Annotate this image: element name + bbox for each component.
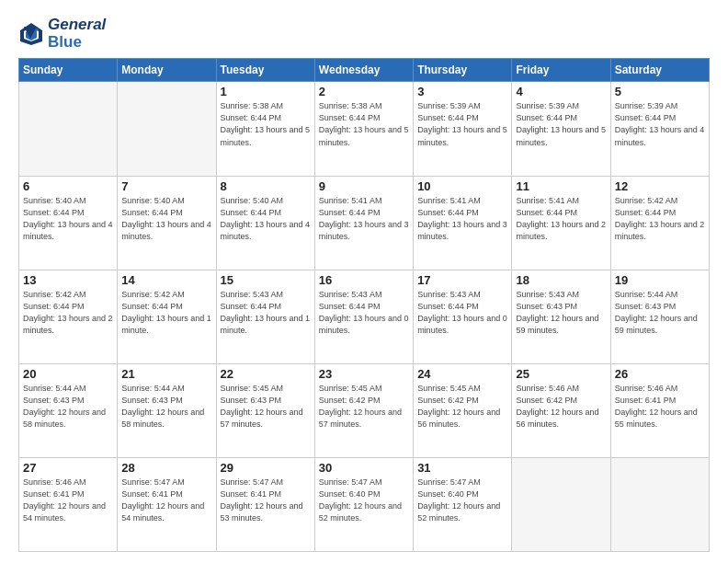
day-info: Sunrise: 5:40 AM Sunset: 6:44 PM Dayligh… (121, 195, 211, 243)
day-number: 2 (319, 85, 409, 98)
calendar-cell: 21Sunrise: 5:44 AM Sunset: 6:43 PM Dayli… (118, 363, 216, 457)
day-info: Sunrise: 5:43 AM Sunset: 6:44 PM Dayligh… (417, 289, 507, 337)
logo-icon (18, 21, 44, 47)
day-info: Sunrise: 5:39 AM Sunset: 6:44 PM Dayligh… (516, 100, 606, 148)
day-info: Sunrise: 5:45 AM Sunset: 6:43 PM Dayligh… (221, 383, 311, 431)
day-number: 23 (319, 367, 409, 381)
calendar-cell: 25Sunrise: 5:46 AM Sunset: 6:42 PM Dayli… (512, 363, 610, 457)
calendar-cell: 13Sunrise: 5:42 AM Sunset: 6:44 PM Dayli… (19, 270, 118, 363)
day-info: Sunrise: 5:42 AM Sunset: 6:44 PM Dayligh… (615, 195, 705, 243)
day-info: Sunrise: 5:47 AM Sunset: 6:40 PM Dayligh… (319, 477, 409, 524)
calendar-cell: 7Sunrise: 5:40 AM Sunset: 6:44 PM Daylig… (118, 176, 216, 270)
day-info: Sunrise: 5:40 AM Sunset: 6:44 PM Dayligh… (23, 195, 113, 243)
calendar-cell: 16Sunrise: 5:43 AM Sunset: 6:44 PM Dayli… (314, 270, 413, 363)
day-info: Sunrise: 5:47 AM Sunset: 6:40 PM Dayligh… (417, 477, 507, 524)
day-number: 27 (23, 461, 113, 475)
day-info: Sunrise: 5:43 AM Sunset: 6:44 PM Dayligh… (319, 289, 409, 337)
weekday-header: Monday (118, 59, 216, 82)
day-number: 18 (516, 273, 606, 287)
day-number: 12 (615, 179, 705, 193)
calendar-cell: 17Sunrise: 5:43 AM Sunset: 6:44 PM Dayli… (414, 270, 512, 363)
day-info: Sunrise: 5:47 AM Sunset: 6:41 PM Dayligh… (121, 477, 211, 524)
day-number: 15 (221, 273, 311, 287)
calendar-cell: 31Sunrise: 5:47 AM Sunset: 6:40 PM Dayli… (414, 457, 512, 551)
calendar-cell: 27Sunrise: 5:46 AM Sunset: 6:41 PM Dayli… (19, 457, 118, 551)
calendar-cell (512, 457, 610, 551)
weekday-header: Sunday (19, 59, 118, 82)
calendar-cell: 3Sunrise: 5:39 AM Sunset: 6:44 PM Daylig… (414, 82, 512, 176)
calendar-cell: 10Sunrise: 5:41 AM Sunset: 6:44 PM Dayli… (414, 176, 512, 270)
day-number: 1 (221, 85, 311, 98)
day-info: Sunrise: 5:42 AM Sunset: 6:44 PM Dayligh… (121, 289, 211, 337)
calendar-cell: 29Sunrise: 5:47 AM Sunset: 6:41 PM Dayli… (216, 457, 314, 551)
day-number: 5 (615, 85, 705, 98)
day-info: Sunrise: 5:44 AM Sunset: 6:43 PM Dayligh… (615, 289, 705, 337)
day-number: 22 (221, 367, 311, 381)
day-number: 3 (417, 85, 507, 98)
day-info: Sunrise: 5:44 AM Sunset: 6:43 PM Dayligh… (23, 383, 113, 431)
day-number: 20 (23, 367, 113, 381)
calendar-cell: 4Sunrise: 5:39 AM Sunset: 6:44 PM Daylig… (512, 82, 610, 176)
calendar-cell: 1Sunrise: 5:38 AM Sunset: 6:44 PM Daylig… (216, 82, 314, 176)
calendar-cell: 6Sunrise: 5:40 AM Sunset: 6:44 PM Daylig… (19, 176, 118, 270)
day-number: 8 (221, 179, 311, 193)
day-number: 11 (516, 179, 606, 193)
header: General Blue (18, 17, 710, 51)
calendar-week-row: 6Sunrise: 5:40 AM Sunset: 6:44 PM Daylig… (19, 176, 710, 270)
calendar-week-row: 27Sunrise: 5:46 AM Sunset: 6:41 PM Dayli… (19, 457, 710, 551)
day-info: Sunrise: 5:43 AM Sunset: 6:43 PM Dayligh… (516, 289, 606, 337)
calendar-table: SundayMondayTuesdayWednesdayThursdayFrid… (18, 58, 710, 552)
calendar-cell: 18Sunrise: 5:43 AM Sunset: 6:43 PM Dayli… (512, 270, 610, 363)
day-info: Sunrise: 5:44 AM Sunset: 6:43 PM Dayligh… (121, 383, 211, 431)
day-info: Sunrise: 5:47 AM Sunset: 6:41 PM Dayligh… (221, 477, 311, 524)
calendar-cell: 11Sunrise: 5:41 AM Sunset: 6:44 PM Dayli… (512, 176, 610, 270)
day-info: Sunrise: 5:38 AM Sunset: 6:44 PM Dayligh… (221, 100, 311, 148)
calendar-week-row: 1Sunrise: 5:38 AM Sunset: 6:44 PM Daylig… (19, 82, 710, 176)
calendar-cell: 19Sunrise: 5:44 AM Sunset: 6:43 PM Dayli… (610, 270, 709, 363)
calendar-cell: 20Sunrise: 5:44 AM Sunset: 6:43 PM Dayli… (19, 363, 118, 457)
day-info: Sunrise: 5:46 AM Sunset: 6:41 PM Dayligh… (23, 477, 113, 524)
weekday-header: Friday (512, 59, 610, 82)
day-number: 21 (121, 367, 211, 381)
day-number: 30 (319, 461, 409, 475)
weekday-header: Thursday (414, 59, 512, 82)
calendar-cell (19, 82, 118, 176)
day-number: 17 (417, 273, 507, 287)
day-number: 28 (121, 461, 211, 475)
calendar-header-row: SundayMondayTuesdayWednesdayThursdayFrid… (19, 59, 710, 82)
weekday-header: Tuesday (216, 59, 314, 82)
calendar-cell: 22Sunrise: 5:45 AM Sunset: 6:43 PM Dayli… (216, 363, 314, 457)
day-number: 14 (121, 273, 211, 287)
day-number: 16 (319, 273, 409, 287)
calendar-cell: 30Sunrise: 5:47 AM Sunset: 6:40 PM Dayli… (314, 457, 413, 551)
day-info: Sunrise: 5:40 AM Sunset: 6:44 PM Dayligh… (221, 195, 311, 243)
weekday-header: Wednesday (314, 59, 413, 82)
day-number: 24 (417, 367, 507, 381)
day-number: 9 (319, 179, 409, 193)
day-info: Sunrise: 5:43 AM Sunset: 6:44 PM Dayligh… (221, 289, 311, 337)
day-number: 25 (516, 367, 606, 381)
day-number: 6 (23, 179, 113, 193)
weekday-header: Saturday (610, 59, 709, 82)
day-info: Sunrise: 5:42 AM Sunset: 6:44 PM Dayligh… (23, 289, 113, 337)
day-number: 31 (417, 461, 507, 475)
day-number: 7 (121, 179, 211, 193)
day-info: Sunrise: 5:46 AM Sunset: 6:42 PM Dayligh… (516, 383, 606, 431)
calendar-cell: 15Sunrise: 5:43 AM Sunset: 6:44 PM Dayli… (216, 270, 314, 363)
day-info: Sunrise: 5:45 AM Sunset: 6:42 PM Dayligh… (319, 383, 409, 431)
calendar-cell: 26Sunrise: 5:46 AM Sunset: 6:41 PM Dayli… (610, 363, 709, 457)
logo: General Blue (18, 17, 106, 51)
day-info: Sunrise: 5:45 AM Sunset: 6:42 PM Dayligh… (417, 383, 507, 431)
calendar-cell: 8Sunrise: 5:40 AM Sunset: 6:44 PM Daylig… (216, 176, 314, 270)
day-number: 4 (516, 85, 606, 98)
calendar-cell: 5Sunrise: 5:39 AM Sunset: 6:44 PM Daylig… (610, 82, 709, 176)
calendar-cell: 14Sunrise: 5:42 AM Sunset: 6:44 PM Dayli… (118, 270, 216, 363)
calendar-cell: 2Sunrise: 5:38 AM Sunset: 6:44 PM Daylig… (314, 82, 413, 176)
calendar-cell: 12Sunrise: 5:42 AM Sunset: 6:44 PM Dayli… (610, 176, 709, 270)
day-number: 26 (615, 367, 705, 381)
day-info: Sunrise: 5:38 AM Sunset: 6:44 PM Dayligh… (319, 100, 409, 148)
day-info: Sunrise: 5:41 AM Sunset: 6:44 PM Dayligh… (516, 195, 606, 243)
page: General Blue SundayMondayTuesdayWednesda… (0, 0, 728, 563)
day-info: Sunrise: 5:39 AM Sunset: 6:44 PM Dayligh… (615, 100, 705, 148)
day-number: 13 (23, 273, 113, 287)
